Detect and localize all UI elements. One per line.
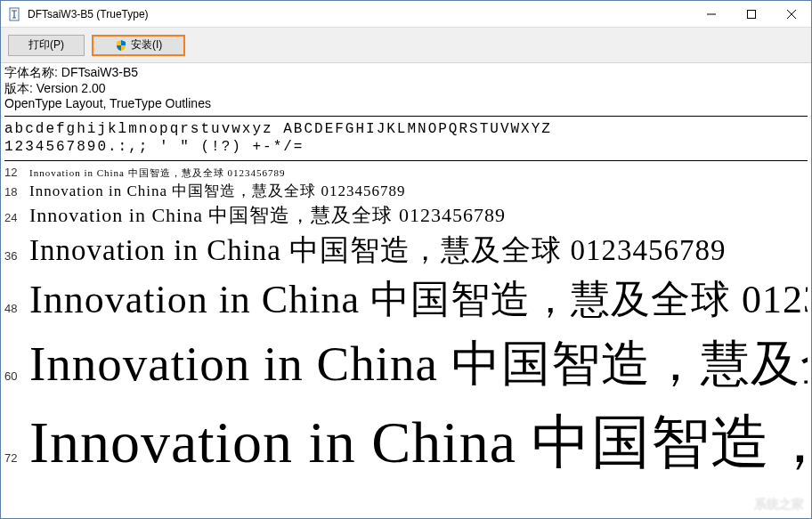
size-label: 60 xyxy=(4,369,29,383)
font-version-line: 版本: Version 2.00 xyxy=(4,81,808,97)
sample-text: Innovation in China 中国智造，慧及全球 0123456789 xyxy=(29,202,506,229)
sample-row-36: 36Innovation in China 中国智造，慧及全球 01234567… xyxy=(4,229,808,272)
install-button-label: 安装(I) xyxy=(131,37,162,53)
sample-row-12: 12Innovation in China 中国智造，慧及全球 01234567… xyxy=(4,165,808,181)
svg-rect-2 xyxy=(747,10,755,18)
size-label: 72 xyxy=(4,451,29,465)
charset-line-1: abcdefghijklmnopqrstuvwxyz ABCDEFGHIJKLM… xyxy=(4,120,808,139)
font-metadata: 字体名称: DFTsaiW3-B5 版本: Version 2.00 OpenT… xyxy=(4,65,808,114)
window-controls xyxy=(691,1,811,27)
sample-text: Innovation in China 中国智造，慧及全球 0123456789 xyxy=(29,181,405,202)
sample-text: Innovation in China 中国智造，慧及全球 0123456789 xyxy=(29,400,808,485)
charset-line-2: 1234567890.:,; ' " (!?) +-*/= xyxy=(4,138,808,157)
close-button[interactable] xyxy=(771,1,811,27)
sample-row-72: 72Innovation in China 中国智造，慧及全球 01234567… xyxy=(4,400,808,485)
print-button-label: 打印(P) xyxy=(28,37,64,53)
divider xyxy=(4,116,808,117)
size-label: 12 xyxy=(4,166,29,179)
charset-preview: abcdefghijklmnopqrstuvwxyz ABCDEFGHIJKLM… xyxy=(4,118,808,159)
size-label: 24 xyxy=(4,211,29,224)
size-label: 18 xyxy=(4,185,29,199)
size-label: 48 xyxy=(4,302,29,315)
sample-row-48: 48Innovation in China 中国智造，慧及全球 01234567… xyxy=(4,272,808,328)
divider xyxy=(4,160,808,161)
watermark: 系统之家 xyxy=(754,497,804,513)
preview-content: 字体名称: DFTsaiW3-B5 版本: Version 2.00 OpenT… xyxy=(1,63,811,485)
font-file-icon xyxy=(8,7,22,21)
font-layout-line: OpenType Layout, TrueType Outlines xyxy=(4,96,808,112)
minimize-button[interactable] xyxy=(691,1,731,27)
sample-text: Innovation in China 中国智造，慧及全球 0123456789 xyxy=(29,328,808,400)
sample-row-18: 18Innovation in China 中国智造，慧及全球 01234567… xyxy=(4,181,808,202)
sample-text: Innovation in China 中国智造，慧及全球 0123456789 xyxy=(29,229,726,272)
print-button[interactable]: 打印(P) xyxy=(8,35,85,56)
uac-shield-icon xyxy=(115,39,127,52)
install-button[interactable]: 安装(I) xyxy=(92,35,185,56)
sample-text: Innovation in China 中国智造，慧及全球 0123456789 xyxy=(29,272,808,328)
sample-row-60: 60Innovation in China 中国智造，慧及全球 01234567… xyxy=(4,328,808,400)
size-label: 36 xyxy=(4,249,29,263)
titlebar: DFTsaiW3-B5 (TrueType) xyxy=(1,1,811,28)
window-title: DFTsaiW3-B5 (TrueType) xyxy=(28,8,691,20)
sample-text: Innovation in China 中国智造，慧及全球 0123456789 xyxy=(29,165,286,181)
font-name-line: 字体名称: DFTsaiW3-B5 xyxy=(4,65,808,81)
sample-sizes: 12Innovation in China 中国智造，慧及全球 01234567… xyxy=(4,163,808,485)
sample-row-24: 24Innovation in China 中国智造，慧及全球 01234567… xyxy=(4,202,808,229)
toolbar: 打印(P) 安装(I) xyxy=(1,28,811,63)
maximize-button[interactable] xyxy=(731,1,771,27)
